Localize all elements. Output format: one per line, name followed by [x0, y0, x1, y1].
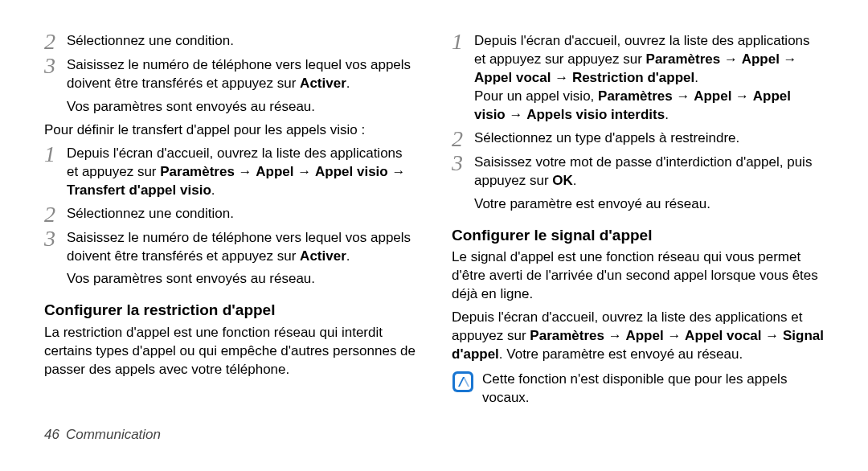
paragraph: La restriction d'appel est une fonction …	[44, 324, 416, 379]
paragraph: Le signal d'appel est une fonction résea…	[452, 248, 824, 304]
step-number: 3	[44, 229, 67, 248]
step-text: Saisissez le numéro de téléphone vers le…	[67, 56, 416, 93]
bold: Appel visio	[315, 164, 388, 179]
bold: Appel	[256, 164, 293, 179]
step-number: 2	[44, 205, 67, 224]
arrow: →	[731, 88, 752, 104]
step-result: Votre paramètre est envoyé au réseau.	[474, 195, 824, 214]
bold: Appel	[694, 88, 731, 104]
step-item: 2 Sélectionnez une condition.	[44, 205, 416, 224]
note-icon	[452, 371, 474, 393]
text: Saisissez le numéro de téléphone vers le…	[67, 57, 411, 91]
step-item: 2 Sélectionnez un type d'appels à restre…	[452, 129, 824, 149]
step-result: Vos paramètres sont envoyés au réseau.	[67, 98, 416, 117]
bold: Paramètres	[598, 88, 673, 104]
arrow: →	[720, 51, 741, 67]
step-item: 3 Saisissez le numéro de téléphone vers …	[44, 229, 416, 266]
heading-restriction: Configurer la restriction d'appel	[44, 300, 416, 321]
arrow: →	[551, 70, 571, 85]
paragraph: Depuis l'écran d'accueil, ouvrez la list…	[452, 309, 824, 364]
bold: Appels visio interdits	[526, 107, 665, 122]
bold: Activer	[300, 76, 346, 91]
step-text: Sélectionnez une condition.	[67, 205, 416, 223]
text: . Votre paramètre est envoyé au réseau.	[499, 346, 743, 362]
right-column: 1 Depuis l'écran d'accueil, ouvrez la li…	[452, 32, 824, 418]
bold: Appel	[742, 51, 780, 67]
bold: OK	[552, 173, 573, 188]
step-item: 3 Saisissez votre mot de passe d'interdi…	[452, 154, 824, 190]
text: .	[573, 173, 577, 188]
text: .	[346, 248, 350, 264]
bold: Paramètres	[160, 164, 235, 179]
arrow: →	[762, 328, 783, 343]
bold: Paramètres	[646, 51, 721, 67]
text: Pour un appel visio,	[474, 88, 598, 104]
step-item: 1 Depuis l'écran d'accueil, ouvrez la li…	[44, 145, 416, 200]
heading-signal: Configurer le signal d'appel	[452, 225, 824, 246]
arrow: →	[388, 164, 406, 179]
bold: Restriction d'appel	[572, 70, 694, 85]
arrow: →	[780, 51, 797, 67]
paragraph: Pour définir le transfert d'appel pour l…	[44, 121, 416, 140]
left-column: 2 Sélectionnez une condition. 3 Saisisse…	[44, 32, 416, 418]
text: .	[694, 70, 698, 85]
step-text: Depuis l'écran d'accueil, ouvrez la list…	[67, 145, 416, 200]
step-text: Saisissez votre mot de passe d'interdict…	[474, 154, 824, 190]
arrow: →	[294, 164, 315, 179]
bold: Paramètres	[530, 328, 604, 343]
step-number: 3	[452, 154, 474, 173]
section-name: Communication	[66, 426, 161, 444]
text: Saisissez le numéro de téléphone vers le…	[67, 230, 411, 264]
step-item: 3 Saisissez le numéro de téléphone vers …	[44, 56, 416, 93]
step-item: 2 Sélectionnez une condition.	[44, 32, 416, 51]
step-text: Sélectionnez un type d'appels à restrein…	[474, 129, 824, 148]
arrow: →	[664, 328, 685, 343]
step-result: Vos paramètres sont envoyés au réseau.	[67, 270, 416, 289]
bold: Appel	[625, 328, 663, 343]
step-number: 2	[44, 32, 67, 51]
svg-rect-1	[455, 374, 471, 390]
text: Saisissez votre mot de passe d'interdict…	[474, 154, 812, 188]
step-text: Saisissez le numéro de téléphone vers le…	[67, 229, 416, 266]
note: Cette fonction n'est disponible que pour…	[452, 371, 824, 408]
arrow: →	[235, 164, 256, 179]
bold: Activer	[300, 248, 346, 264]
step-item: 1 Depuis l'écran d'accueil, ouvrez la li…	[452, 32, 824, 125]
note-text: Cette fonction n'est disponible que pour…	[482, 371, 824, 408]
footer: 46 Communication	[0, 426, 868, 444]
arrow: →	[604, 328, 625, 343]
text: .	[211, 182, 215, 198]
step-number: 1	[44, 145, 67, 164]
step-number: 1	[452, 32, 474, 51]
text: .	[346, 76, 350, 91]
step-text: Sélectionnez une condition.	[67, 32, 416, 51]
bold: Appel vocal	[685, 328, 761, 343]
step-text: Depuis l'écran d'accueil, ouvrez la list…	[474, 32, 824, 125]
text: .	[665, 107, 669, 122]
page-number: 46	[44, 426, 59, 444]
arrow: →	[673, 88, 694, 104]
step-number: 2	[452, 129, 474, 149]
page-content: 2 Sélectionnez une condition. 3 Saisisse…	[0, 0, 868, 426]
bold: Appel vocal	[474, 70, 551, 85]
arrow: →	[506, 107, 526, 122]
step-number: 3	[44, 56, 67, 76]
bold: Transfert d'appel visio	[67, 182, 211, 198]
